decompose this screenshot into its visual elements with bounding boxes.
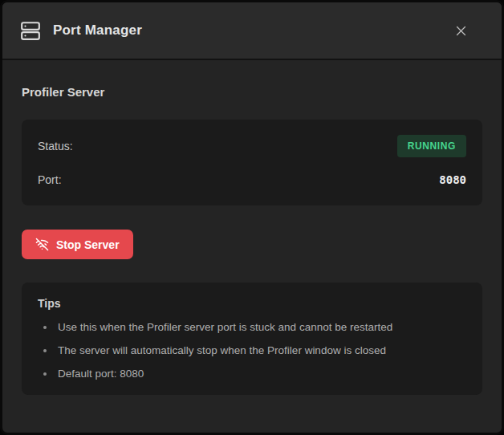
tip-item: Default port: 8080 [55,368,466,380]
tips-list: Use this when the Profiler server port i… [38,321,466,380]
close-icon [454,24,468,38]
close-button[interactable] [449,18,473,43]
stop-server-button[interactable]: Stop Server [22,230,133,259]
tips-panel: Tips Use this when the Profiler server p… [22,283,482,395]
port-manager-dialog: Port Manager Profiler Server Status: RUN… [0,0,504,435]
port-row: Port: 8080 [38,169,466,190]
status-badge: RUNNING [397,135,466,157]
port-value: 8080 [439,173,466,186]
dialog-content: Profiler Server Status: RUNNING Port: 80… [2,60,502,433]
stop-server-label: Stop Server [56,238,120,251]
tips-heading: Tips [38,297,466,310]
status-row: Status: RUNNING [38,135,466,157]
server-icon [20,20,41,41]
section-heading: Profiler Server [22,85,482,99]
dialog-title: Port Manager [53,22,449,39]
status-label: Status: [38,140,73,152]
status-panel: Status: RUNNING Port: 8080 [22,120,482,205]
tip-item: Use this when the Profiler server port i… [55,321,466,333]
port-label: Port: [38,173,62,186]
tip-item: The server will automatically stop when … [55,344,466,356]
wifi-off-icon [35,238,49,251]
dialog-titlebar: Port Manager [2,2,502,60]
